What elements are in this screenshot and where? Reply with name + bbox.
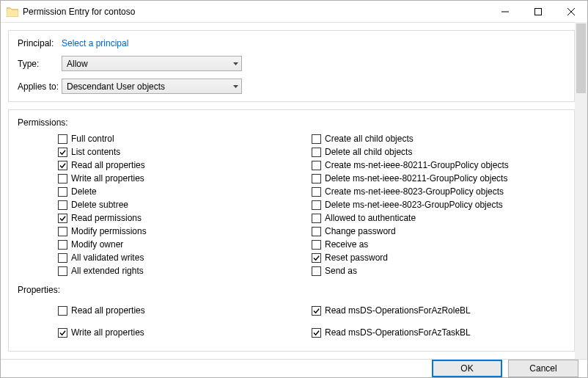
checkbox-label: Reset password <box>325 252 388 263</box>
checkbox-item[interactable]: Reset password <box>312 251 565 264</box>
checkbox-item[interactable]: Delete all child objects <box>312 145 565 159</box>
checkbox[interactable] <box>312 240 321 250</box>
checkbox[interactable] <box>312 227 321 236</box>
checkbox[interactable] <box>312 187 321 197</box>
checkbox[interactable] <box>58 266 67 276</box>
cancel-label: Cancel <box>529 363 556 374</box>
checkbox-item[interactable]: All validated writes <box>58 251 312 264</box>
checkbox-label: Create all child objects <box>325 134 414 144</box>
checkbox[interactable] <box>312 266 321 276</box>
checkbox-label: Read all properties <box>71 160 145 170</box>
checkbox-item[interactable]: Read all properties <box>58 159 312 172</box>
checkbox[interactable] <box>58 134 67 144</box>
checkbox[interactable] <box>312 200 321 210</box>
principal-label: Principal: <box>18 38 62 48</box>
checkbox[interactable] <box>312 174 321 183</box>
ok-label: OK <box>460 363 473 374</box>
checkbox-label: Create ms-net-ieee-8023-GroupPolicy obje… <box>325 186 504 197</box>
checkbox-label: Read all properties <box>71 305 145 316</box>
checkbox-item[interactable]: Delete <box>58 185 312 198</box>
checkbox[interactable] <box>58 148 67 157</box>
header-panel: Principal: Select a principal Type: Allo… <box>8 30 575 102</box>
checkbox-label: Change password <box>325 226 396 236</box>
ok-button[interactable]: OK <box>432 360 502 377</box>
checkbox-item[interactable]: Read msDS-OperationsForAzRoleBL <box>312 299 565 321</box>
window-title: Permission Entry for contoso <box>23 7 488 17</box>
select-principal-link[interactable]: Select a principal <box>62 38 128 48</box>
checkbox[interactable] <box>58 253 67 263</box>
chevron-down-icon <box>233 85 238 88</box>
checkbox[interactable] <box>312 134 321 144</box>
permissions-panel: Permissions: Full controlList contentsRe… <box>8 109 575 352</box>
checkbox-label: Modify permissions <box>71 226 147 236</box>
cancel-button[interactable]: Cancel <box>508 360 578 377</box>
checkbox[interactable] <box>312 214 321 223</box>
svg-rect-0 <box>534 8 541 15</box>
checkbox-item[interactable]: Modify permissions <box>58 225 312 238</box>
checkbox-item[interactable]: Modify owner <box>58 238 312 251</box>
checkbox[interactable] <box>58 161 67 170</box>
minimize-button[interactable] <box>488 1 521 22</box>
permissions-label: Permissions: <box>18 117 565 128</box>
checkbox[interactable] <box>58 240 67 250</box>
checkbox-item[interactable]: Delete subtree <box>58 198 312 211</box>
checkbox[interactable] <box>58 187 67 197</box>
checkbox-item[interactable]: Create all child objects <box>312 132 565 145</box>
checkbox-item[interactable]: Receive as <box>312 238 565 251</box>
maximize-button[interactable] <box>521 1 554 22</box>
checkbox-item[interactable]: List contents <box>58 145 312 159</box>
checkbox-label: Modify owner <box>71 239 123 250</box>
applies-row: Applies to: Descendant User objects <box>18 79 565 94</box>
content: Principal: Select a principal Type: Allo… <box>1 23 575 359</box>
applies-label: Applies to: <box>18 81 62 92</box>
checkbox[interactable] <box>312 148 321 157</box>
checkbox-item[interactable]: Write all properties <box>58 172 312 185</box>
checkbox-item[interactable]: Read msDS-OperationsForAzTaskBL <box>312 321 565 344</box>
checkbox-item[interactable]: All extended rights <box>58 264 312 277</box>
checkbox-label: Read msDS-OperationsForAzTaskBL <box>325 327 471 338</box>
checkbox-label: Send as <box>325 266 357 276</box>
window: Permission Entry for contoso Principal: … <box>0 0 588 378</box>
footer: OK Cancel <box>1 359 587 377</box>
type-select[interactable]: Allow <box>62 56 242 71</box>
checkbox-item[interactable]: Allowed to authenticate <box>312 211 565 225</box>
checkbox[interactable] <box>312 253 321 263</box>
checkbox-item[interactable]: Read permissions <box>58 211 312 225</box>
checkbox-label: Delete ms-net-ieee-80211-GroupPolicy obj… <box>325 173 507 183</box>
checkbox[interactable] <box>58 174 67 183</box>
checkbox-item[interactable]: Read all properties <box>58 299 312 321</box>
checkbox-item[interactable]: Create ms-net-ieee-80211-GroupPolicy obj… <box>312 159 565 172</box>
checkbox[interactable] <box>58 200 67 210</box>
checkbox-item[interactable]: Create ms-net-ieee-8023-GroupPolicy obje… <box>312 185 565 198</box>
checkbox-label: Read permissions <box>71 213 142 223</box>
checkbox[interactable] <box>312 328 321 338</box>
client-area: Principal: Select a principal Type: Allo… <box>1 23 587 359</box>
checkbox-item[interactable]: Send as <box>312 264 565 277</box>
checkbox[interactable] <box>58 328 67 338</box>
applies-select[interactable]: Descendant User objects <box>62 79 242 94</box>
checkbox-item[interactable]: Write all properties <box>58 321 312 344</box>
close-button[interactable] <box>554 1 587 22</box>
checkbox-label: Read msDS-OperationsForAzRoleBL <box>325 305 471 316</box>
checkbox-label: Receive as <box>325 239 368 250</box>
checkbox[interactable] <box>312 306 321 316</box>
checkbox[interactable] <box>312 161 321 170</box>
vertical-scrollbar[interactable] <box>575 22 587 359</box>
checkbox-label: Full control <box>71 134 114 144</box>
checkbox-label: Delete subtree <box>71 200 128 210</box>
checkbox[interactable] <box>58 306 67 316</box>
checkbox-label: Delete ms-net-ieee-8023-GroupPolicy obje… <box>325 200 503 210</box>
type-label: Type: <box>18 59 62 69</box>
checkbox-item[interactable]: Delete ms-net-ieee-8023-GroupPolicy obje… <box>312 198 565 211</box>
checkbox-label: Write all properties <box>71 173 144 183</box>
checkbox-item[interactable]: Full control <box>58 132 312 145</box>
checkbox[interactable] <box>58 227 67 236</box>
folder-icon <box>7 7 18 17</box>
permissions-col-left: Full controlList contentsRead all proper… <box>58 132 312 277</box>
scrollbar-thumb[interactable] <box>576 23 586 93</box>
checkbox-item[interactable]: Delete ms-net-ieee-80211-GroupPolicy obj… <box>312 172 565 185</box>
chevron-down-icon <box>233 62 238 65</box>
checkbox-item[interactable]: Change password <box>312 225 565 238</box>
properties-columns: Read all propertiesWrite all properties … <box>18 299 565 344</box>
checkbox[interactable] <box>58 214 67 223</box>
